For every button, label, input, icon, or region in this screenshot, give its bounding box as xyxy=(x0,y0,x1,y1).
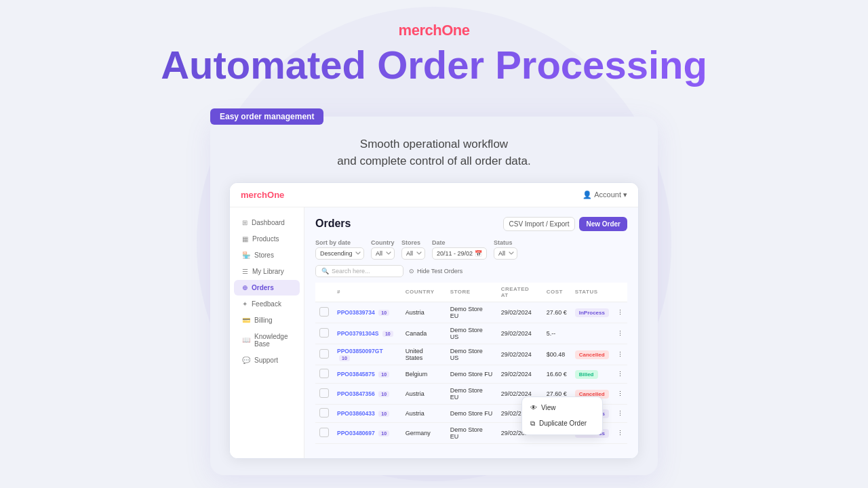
card-subtitle: Smooth operational workflow and complete… xyxy=(337,136,530,170)
search-icon: 🔍 xyxy=(321,268,329,274)
sidebar-item-stores[interactable]: 🏪 Stores xyxy=(234,247,300,263)
row-checkbox-cell xyxy=(315,323,333,344)
app-logo: merchOne xyxy=(241,190,284,200)
row-id-cell: PPO03791304S 10 xyxy=(333,323,401,344)
new-order-button[interactable]: New Order xyxy=(579,217,627,231)
row-actions-button[interactable]: ⋮ xyxy=(613,302,627,323)
sidebar-item-orders[interactable]: ⊕ Orders xyxy=(234,280,300,296)
page-title: Automated Order Processing xyxy=(161,43,707,87)
order-id[interactable]: PPO03845875 xyxy=(337,371,375,378)
row-checkbox-cell xyxy=(315,404,333,422)
row-created: 29/02/2024 xyxy=(497,365,542,383)
status-select[interactable]: All xyxy=(494,247,517,260)
order-id[interactable]: PPO03847356 xyxy=(337,390,375,397)
filters-row: Sort by date Descending Ascending Countr… xyxy=(315,239,627,260)
order-id[interactable]: PPO03480697 xyxy=(337,430,375,436)
search-box[interactable]: 🔍 Search here... xyxy=(315,265,403,277)
row-id-cell: PPO03480697 10 xyxy=(333,422,401,443)
col-status: STATUS xyxy=(571,283,613,302)
sidebar-item-dashboard[interactable]: ⊞ Dashboard xyxy=(234,215,300,230)
row-actions-button[interactable]: ⋮ xyxy=(613,404,627,422)
stores-select[interactable]: All xyxy=(401,247,425,260)
row-id-cell: PPO03845875 10 xyxy=(333,365,401,383)
hide-test-orders-toggle[interactable]: ⊙ Hide Test Orders xyxy=(409,268,462,274)
sort-filter: Sort by date Descending Ascending xyxy=(315,239,364,260)
row-checkbox[interactable] xyxy=(319,428,329,437)
row-store: Demo Store FU xyxy=(446,365,497,383)
date-filter: Date 20/11 - 29/02 📅 xyxy=(432,239,487,260)
row-actions-button[interactable]: ⋮ xyxy=(613,344,627,365)
row-actions-button[interactable]: ⋮ xyxy=(613,365,627,383)
sidebar-item-products[interactable]: ▦ Products xyxy=(234,231,300,247)
row-store: Demo Store US xyxy=(446,344,497,365)
context-menu-view[interactable]: 👁 View xyxy=(522,400,602,415)
row-country: Austria xyxy=(401,404,446,422)
order-id[interactable]: PPO03850097GT xyxy=(337,348,383,354)
row-country: United States xyxy=(401,344,446,365)
row-checkbox[interactable] xyxy=(319,388,329,398)
billing-icon: 💳 xyxy=(242,317,250,324)
order-tag: 10 xyxy=(378,430,389,436)
order-id[interactable]: PPO03860433 xyxy=(337,410,375,417)
row-id-cell: PPO03847356 10 xyxy=(333,383,401,404)
library-icon: ☰ xyxy=(242,268,248,275)
col-checkbox xyxy=(315,283,333,302)
table-row: PPO03839734 10 Austria Demo Store EU 29/… xyxy=(315,302,627,323)
top-logo: merchOne xyxy=(399,22,470,39)
row-checkbox[interactable] xyxy=(319,328,329,338)
row-actions-button[interactable]: ⋮ xyxy=(613,383,627,404)
row-created: 29/02/2024 xyxy=(497,344,542,365)
products-icon: ▦ xyxy=(242,235,248,243)
row-checkbox-cell xyxy=(315,422,333,443)
sidebar-item-billing[interactable]: 💳 Billing xyxy=(234,312,300,328)
row-created: 29/02/2024 xyxy=(497,323,542,344)
row-id-cell: PPO03850097GT 10 xyxy=(333,344,401,365)
app-topbar: merchOne 👤 Account ▾ xyxy=(230,183,638,207)
row-cost: $00.48 xyxy=(542,344,571,365)
row-checkbox-cell xyxy=(315,383,333,404)
easy-order-badge: Easy order management xyxy=(210,108,323,125)
sidebar-item-knowledge[interactable]: 📖 Knowledge Base xyxy=(234,329,300,352)
table-row: PPO03791304S 10 Canada Demo Store US 29/… xyxy=(315,323,627,344)
sort-select[interactable]: Descending Ascending xyxy=(315,247,364,260)
orders-header: Orders CSV Import / Export New Order xyxy=(315,217,627,231)
date-range-picker[interactable]: 20/11 - 29/02 📅 xyxy=(432,247,487,260)
orders-main: Orders CSV Import / Export New Order Sor… xyxy=(304,207,638,458)
row-country: Austria xyxy=(401,383,446,404)
row-status: Billed xyxy=(571,365,613,383)
orders-title: Orders xyxy=(315,218,351,230)
app-account-button[interactable]: 👤 Account ▾ xyxy=(583,190,627,199)
app-body: ⊞ Dashboard ▦ Products 🏪 Stores ☰ My Lib… xyxy=(230,207,638,458)
order-tag: 10 xyxy=(378,310,389,316)
order-id[interactable]: PPO03839734 xyxy=(337,309,375,316)
row-checkbox-cell xyxy=(315,344,333,365)
csv-import-export-button[interactable]: CSV Import / Export xyxy=(503,217,576,231)
context-menu-duplicate[interactable]: ⧉ Duplicate Order xyxy=(522,415,602,432)
row-checkbox[interactable] xyxy=(319,369,329,378)
row-checkbox[interactable] xyxy=(319,408,329,418)
row-actions-button[interactable]: ⋮ xyxy=(613,422,627,443)
app-window: merchOne 👤 Account ▾ ⊞ Dashboard xyxy=(229,182,639,459)
col-actions xyxy=(613,283,627,302)
order-id[interactable]: PPO03791304S xyxy=(337,330,378,337)
table-row: PPO03850097GT 10 United States Demo Stor… xyxy=(315,344,627,365)
country-select[interactable]: All xyxy=(371,247,395,260)
table-container: # COUNTRY STORE CREATED AT COST STATUS xyxy=(315,283,627,444)
row-store: Demo Store FU xyxy=(446,404,497,422)
order-tag: 10 xyxy=(378,391,389,397)
row-checkbox[interactable] xyxy=(319,307,329,317)
sidebar-item-feedback[interactable]: ✦ Feedback xyxy=(234,296,300,312)
row-cost: 27.60 € xyxy=(542,302,571,323)
logo-accent: One xyxy=(441,22,469,39)
row-actions-button[interactable]: ⋮ xyxy=(613,323,627,344)
status-badge: Billed xyxy=(575,370,598,379)
row-id-cell: PPO03860433 10 xyxy=(333,404,401,422)
row-checkbox[interactable] xyxy=(319,349,329,359)
row-country: Canada xyxy=(401,323,446,344)
sidebar-item-mylibrary[interactable]: ☰ My Library xyxy=(234,264,300,279)
status-badge: InProcess xyxy=(575,308,609,317)
row-store: Demo Store EU xyxy=(446,422,497,443)
sidebar-item-support[interactable]: 💬 Support xyxy=(234,352,300,368)
order-tag: 10 xyxy=(378,371,389,378)
row-id-cell: PPO03839734 10 xyxy=(333,302,401,323)
